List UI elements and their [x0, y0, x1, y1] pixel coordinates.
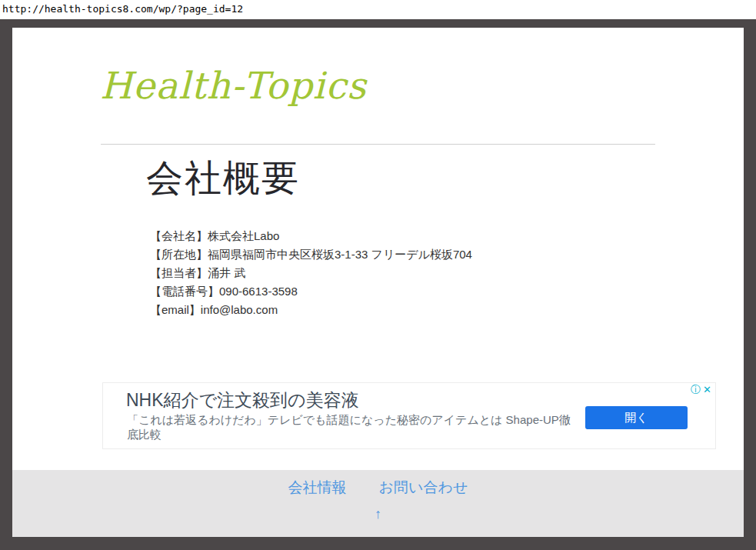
site-logo[interactable]: Health-Topics: [100, 62, 367, 109]
back-to-top: ↑: [12, 506, 744, 522]
page-footer: 会社情報 お問い合わせ ↑: [12, 470, 744, 537]
url-text[interactable]: http://health-topics8.com/wp/?page_id=12: [2, 3, 243, 15]
browser-frame: Health-Topics 会社概要 【会社名】株式会社Labo 【所在地】福岡…: [0, 19, 756, 550]
page-title: 会社概要: [146, 157, 300, 200]
ad-info-icon[interactable]: ⓘ: [691, 384, 701, 395]
back-to-top-arrow[interactable]: ↑: [375, 506, 381, 522]
company-details: 【会社名】株式会社Labo 【所在地】福岡県福岡市中央区桜坂3-1-33 フリー…: [150, 227, 472, 319]
screenshot-root: { "browser": { "url": "http://health-top…: [0, 0, 756, 550]
ad-choices: ⓘ ✕: [691, 384, 711, 395]
detail-company-name: 【会社名】株式会社Labo: [150, 227, 472, 245]
detail-phone: 【電話番号】090-6613-3598: [150, 282, 472, 301]
address-bar[interactable]: http://health-topics8.com/wp/?page_id=12: [0, 0, 756, 19]
header-divider: [101, 144, 655, 145]
ad-banner[interactable]: NHK紹介で注文殺到の美容液 「これは若返るわけだわ」テレビでも話題になった秘密…: [102, 382, 716, 449]
ad-close-icon[interactable]: ✕: [703, 384, 711, 395]
footer-nav: 会社情報 お問い合わせ: [12, 478, 744, 498]
footer-link-contact[interactable]: お問い合わせ: [379, 478, 468, 498]
ad-description: 「これは若返るわけだわ」テレビでも話題になった秘密のアイテムとは Shape-U…: [127, 412, 574, 442]
detail-email: 【email】info@labo.com: [150, 301, 472, 319]
ad-open-button[interactable]: 開く: [585, 406, 688, 429]
footer-link-company-info[interactable]: 会社情報: [288, 478, 347, 498]
ad-title: NHK紹介で注文殺到の美容液: [126, 389, 359, 411]
page-body: Health-Topics 会社概要 【会社名】株式会社Labo 【所在地】福岡…: [12, 28, 744, 537]
detail-contact-person: 【担当者】涌井 武: [150, 264, 472, 282]
detail-address: 【所在地】福岡県福岡市中央区桜坂3-1-33 フリーデル桜坂704: [150, 245, 472, 264]
